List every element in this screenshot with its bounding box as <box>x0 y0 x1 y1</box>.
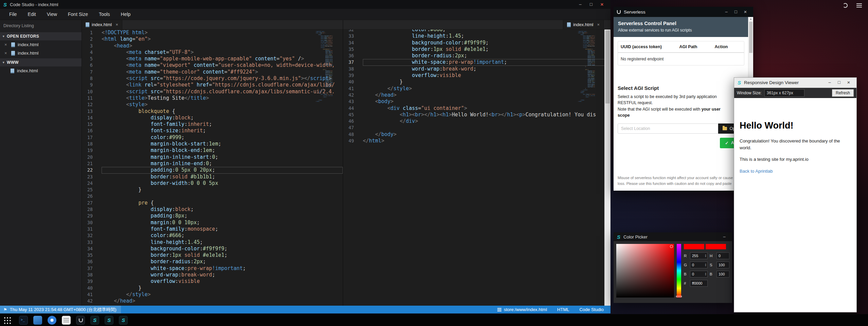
color-picker-titlebar[interactable]: S Color Picker <box>614 232 732 241</box>
maximize-button[interactable] <box>835 77 844 88</box>
document-icon[interactable] <box>62 316 71 325</box>
terminal-icon[interactable] <box>19 316 28 325</box>
editor-body[interactable]: 323334353637383940414243444546474849 col… <box>343 30 610 306</box>
close-icon[interactable] <box>4 51 8 56</box>
close-icon[interactable] <box>4 42 8 47</box>
window-title: Code Studio - index.html <box>10 2 58 7</box>
menu-view[interactable]: View <box>42 10 62 19</box>
code-studio-logo-icon: S <box>738 80 741 85</box>
location-input[interactable] <box>618 123 718 134</box>
column-header: Action <box>715 44 741 49</box>
hex-input[interactable] <box>690 280 708 287</box>
viewer-titlebar[interactable]: S Responsive Design Viewer <box>734 78 856 88</box>
close-button[interactable] <box>741 7 750 17</box>
tab-index.html[interactable]: index.html <box>563 20 604 29</box>
brightness-input[interactable] <box>716 271 729 277</box>
code-studio-icon-2[interactable] <box>105 316 113 325</box>
menu-font-size[interactable]: Font Size <box>63 10 93 19</box>
tab-label: index.html <box>92 22 112 27</box>
minimize-button[interactable] <box>722 7 731 17</box>
color-cursor[interactable] <box>670 245 673 248</box>
previous-color-swatch[interactable] <box>706 244 726 249</box>
code-studio-logo-icon: S <box>3 2 7 7</box>
section-label: OPEN EDITORS <box>7 34 39 39</box>
minimize-button[interactable] <box>720 232 729 242</box>
app-launcher-icon[interactable] <box>3 317 11 324</box>
browser-icon[interactable] <box>48 316 56 325</box>
statusbar-language[interactable]: HTML <box>557 307 569 312</box>
scrollbar-thumb[interactable] <box>749 22 752 53</box>
menu-tools[interactable]: Tools <box>94 10 115 19</box>
menu-help[interactable]: Help <box>116 10 136 19</box>
refresh-icon[interactable] <box>843 3 848 8</box>
maximize-button[interactable] <box>586 0 596 9</box>
viewer-toolbar: Window Size: Refresh <box>734 88 856 98</box>
sidebar-file-item[interactable]: index.html <box>0 49 82 57</box>
close-button[interactable] <box>597 0 607 9</box>
serverless-app-icon[interactable] <box>76 316 85 325</box>
stepper-icon[interactable]: ▴▾ <box>704 271 707 277</box>
hue-slider-handle[interactable] <box>676 296 682 297</box>
menu-edit[interactable]: Edit <box>23 10 41 19</box>
menu-icon[interactable] <box>856 3 862 8</box>
refresh-button[interactable]: Refresh <box>832 89 854 97</box>
code-area[interactable]: <!DOCTYPE html><html lang="en"> <head> <… <box>98 30 343 306</box>
tab-close-icon[interactable] <box>597 22 600 27</box>
file-path-text: store:/www/index.html <box>504 307 547 312</box>
tab-index.html[interactable]: index.html <box>82 20 122 29</box>
misuse-warning-text: Misuse of serverless function might affe… <box>618 175 743 187</box>
color-swatches <box>684 244 729 249</box>
code-studio-icon-3[interactable] <box>119 316 128 325</box>
statusbar-right: store:/www/index.html HTML Code Studio <box>497 307 610 312</box>
statusbar-file[interactable]: store:/www/index.html <box>497 307 547 312</box>
scrollbar-thumb[interactable] <box>605 31 610 103</box>
location-row: Open <box>618 123 744 134</box>
code-studio-icon-1[interactable] <box>90 316 99 325</box>
page-heading: Hello World! <box>740 120 851 131</box>
editor-body[interactable]: 1234567891011121314151617181920212223242… <box>82 30 343 306</box>
window-size-label: Window Size: <box>737 91 762 95</box>
window-size-input[interactable] <box>764 89 804 97</box>
serverless-titlebar[interactable]: Serverless <box>614 7 753 17</box>
color-picker-body: R ▴▾ H G ▴▾ S B ▴▾ B # <box>614 241 732 300</box>
sidebar-section-www[interactable]: WWW <box>0 58 82 66</box>
back-to-aprintlab-link[interactable]: Back to Aprintlab <box>740 169 773 174</box>
editor-pane-right: index.html323334353637383940414243444546… <box>343 20 610 306</box>
hue-input[interactable] <box>716 252 729 259</box>
datetime-text: Thu May 11 2023 21:54:48 GMT+0800 (台北標準時… <box>10 307 117 313</box>
sidebar-section-open-editors[interactable]: OPEN EDITORS <box>0 32 82 40</box>
brightness-label: B <box>710 272 714 276</box>
file-name: index.html <box>17 68 38 73</box>
statusbar-appname[interactable]: Code Studio <box>579 307 604 312</box>
menu-file[interactable]: File <box>4 10 22 19</box>
stepper-icon[interactable]: ▴▾ <box>704 262 707 268</box>
serverless-header-banner: Serverless Control Panel Allow external … <box>614 17 753 37</box>
tab-close-icon[interactable] <box>116 22 118 27</box>
stepper-icon[interactable]: ▴▾ <box>704 253 707 259</box>
minimize-button[interactable] <box>575 0 585 9</box>
saturation-brightness-area[interactable] <box>616 244 674 298</box>
minimize-button[interactable] <box>825 77 834 88</box>
shell-status-area <box>843 3 862 8</box>
editor-pane-left: index.html123456789101112131415161718192… <box>82 20 343 306</box>
minimap[interactable]: <!DOCTYPE html><html lang="en"> <head> <… <box>316 31 333 102</box>
sidebar-file-item[interactable]: index.html <box>0 66 82 75</box>
code-area[interactable]: color:#666; line-height:1.45; background… <box>359 30 610 306</box>
responsive-design-viewer-window: S Responsive Design Viewer Window Size: … <box>734 77 857 312</box>
saturation-input[interactable] <box>716 262 729 268</box>
serverless-title: Serverless <box>624 9 645 15</box>
close-button[interactable] <box>844 77 853 88</box>
line-numbers: 323334353637383940414243444546474849 <box>343 30 359 306</box>
color-picker-window-controls <box>720 232 729 242</box>
serverless-icon <box>617 10 621 14</box>
maximize-button[interactable] <box>731 7 740 17</box>
tab-label: index.html <box>573 22 593 27</box>
current-color-swatch[interactable] <box>684 244 704 249</box>
hue-slider[interactable] <box>677 244 681 298</box>
scrollbar[interactable] <box>604 30 610 306</box>
statusbar-datetime[interactable]: Thu May 11 2023 21:54:48 GMT+0800 (台北標準時… <box>0 306 121 313</box>
file-manager-icon[interactable] <box>33 316 42 325</box>
minimap[interactable]: <!DOCTYPE html><html lang="en"> <head> <… <box>578 31 595 102</box>
sidebar-file-item[interactable]: index.html <box>0 40 82 49</box>
blue-label: B <box>684 272 688 276</box>
